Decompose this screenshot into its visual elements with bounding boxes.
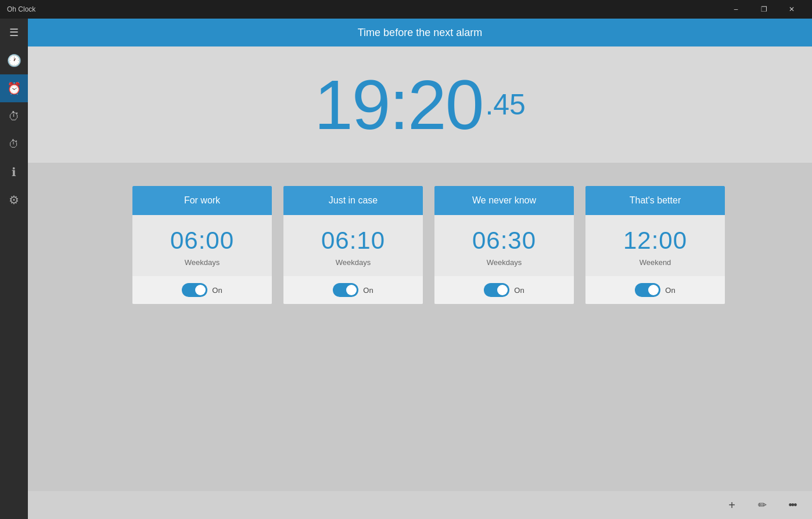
alarm-time-alarm3: 06:30 <box>472 227 536 255</box>
toggle-thumb-alarm2 <box>346 285 357 295</box>
main-content: Time before the next alarm 19:20 .45 For… <box>28 19 812 519</box>
alarm-card-alarm1[interactable]: For work 06:00 Weekdays On <box>132 186 272 304</box>
alarm-time-alarm4: 12:00 <box>623 227 687 255</box>
sidebar-item-settings[interactable]: ⚙ <box>0 186 28 214</box>
toggle-track-alarm3 <box>484 283 509 297</box>
alarm-card-alarm4[interactable]: That's better 12:00 Weekend On <box>585 186 725 304</box>
edit-icon: ✏ <box>758 499 767 511</box>
header-title: Time before the next alarm <box>358 27 482 39</box>
bottom-toolbar: + ✏ ••• <box>28 491 812 519</box>
alarms-area: For work 06:00 Weekdays On Just in case … <box>28 163 812 491</box>
top-header: Time before the next alarm <box>28 19 812 46</box>
alarm-card-header-alarm3: We never know <box>434 186 574 215</box>
close-button[interactable]: ✕ <box>778 0 805 19</box>
toggle-track-alarm1 <box>182 283 207 297</box>
alarm-card-footer-alarm2: On <box>283 276 423 304</box>
more-icon: ••• <box>789 499 796 511</box>
alarm-card-body-alarm3: 06:30 Weekdays <box>434 215 574 267</box>
timer-icon: ⏱ <box>8 110 20 123</box>
toggle-track-alarm4 <box>635 283 660 297</box>
window-controls: – ❐ ✕ <box>723 0 805 19</box>
alarm-card-alarm2[interactable]: Just in case 06:10 Weekdays On <box>283 186 423 304</box>
sidebar-item-alarm[interactable]: ⏰ <box>0 74 28 102</box>
app-title: Oh Clock <box>7 5 35 13</box>
stopwatch-icon: ⏱ <box>9 138 19 151</box>
countdown-area: 19:20 .45 <box>28 46 812 163</box>
hamburger-icon: ☰ <box>9 26 19 39</box>
app-body: ☰ 🕐 ⏰ ⏱ ⏱ ℹ ⚙ Time before the next alarm… <box>0 19 812 519</box>
sidebar-item-clock[interactable]: 🕐 <box>0 46 28 74</box>
alarm-card-footer-alarm4: On <box>585 276 725 304</box>
maximize-button[interactable]: ❐ <box>750 0 777 19</box>
alarm-toggle-alarm2[interactable] <box>333 283 358 297</box>
countdown-seconds: .45 <box>485 88 526 121</box>
alarm-repeat-alarm3: Weekdays <box>487 258 522 267</box>
alarm-title-alarm4: That's better <box>630 195 681 205</box>
alarm-title-alarm3: We never know <box>472 195 536 205</box>
alarm-card-alarm3[interactable]: We never know 06:30 Weekdays On <box>434 186 574 304</box>
toggle-thumb-alarm1 <box>195 285 206 295</box>
clock-icon: 🕐 <box>7 53 21 67</box>
info-icon: ℹ <box>12 165 16 179</box>
sidebar-item-stopwatch[interactable]: ⏱ <box>0 130 28 158</box>
alarm-card-body-alarm1: 06:00 Weekdays <box>132 215 272 267</box>
alarm-toggle-alarm3[interactable] <box>484 283 509 297</box>
alarm-title-alarm2: Just in case <box>329 195 378 205</box>
edit-button[interactable]: ✏ <box>752 495 773 516</box>
alarm-card-footer-alarm1: On <box>132 276 272 304</box>
toggle-track-alarm2 <box>333 283 358 297</box>
settings-icon: ⚙ <box>9 193 19 207</box>
title-bar: Oh Clock – ❐ ✕ <box>0 0 812 19</box>
alarm-repeat-alarm1: Weekdays <box>185 258 220 267</box>
alarm-title-alarm1: For work <box>184 195 220 205</box>
sidebar-item-info[interactable]: ℹ <box>0 158 28 186</box>
alarm-toggle-label-alarm2: On <box>363 286 373 295</box>
alarm-icon: ⏰ <box>7 81 21 95</box>
more-button[interactable]: ••• <box>782 495 803 516</box>
alarm-repeat-alarm2: Weekdays <box>336 258 371 267</box>
alarm-toggle-alarm4[interactable] <box>635 283 660 297</box>
alarm-toggle-label-alarm4: On <box>665 286 675 295</box>
alarm-time-alarm2: 06:10 <box>321 227 385 255</box>
toggle-thumb-alarm4 <box>648 285 659 295</box>
sidebar-menu-button[interactable]: ☰ <box>0 19 28 46</box>
alarm-card-body-alarm2: 06:10 Weekdays <box>283 215 423 267</box>
alarm-card-header-alarm4: That's better <box>585 186 725 215</box>
sidebar: ☰ 🕐 ⏰ ⏱ ⏱ ℹ ⚙ <box>0 19 28 519</box>
alarm-card-header-alarm2: Just in case <box>283 186 423 215</box>
alarm-toggle-alarm1[interactable] <box>182 283 207 297</box>
add-icon: + <box>728 499 735 512</box>
alarm-card-body-alarm4: 12:00 Weekend <box>585 215 725 267</box>
alarm-toggle-label-alarm1: On <box>212 286 222 295</box>
sidebar-item-timer[interactable]: ⏱ <box>0 102 28 130</box>
countdown-display: 19:20 <box>314 70 483 139</box>
alarms-grid: For work 06:00 Weekdays On Just in case … <box>132 186 766 304</box>
minimize-button[interactable]: – <box>723 0 749 19</box>
toggle-thumb-alarm3 <box>497 285 508 295</box>
alarm-toggle-label-alarm3: On <box>514 286 524 295</box>
alarm-repeat-alarm4: Weekend <box>639 258 671 267</box>
add-alarm-button[interactable]: + <box>721 495 742 516</box>
alarm-time-alarm1: 06:00 <box>170 227 234 255</box>
alarm-card-footer-alarm3: On <box>434 276 574 304</box>
alarm-card-header-alarm1: For work <box>132 186 272 215</box>
